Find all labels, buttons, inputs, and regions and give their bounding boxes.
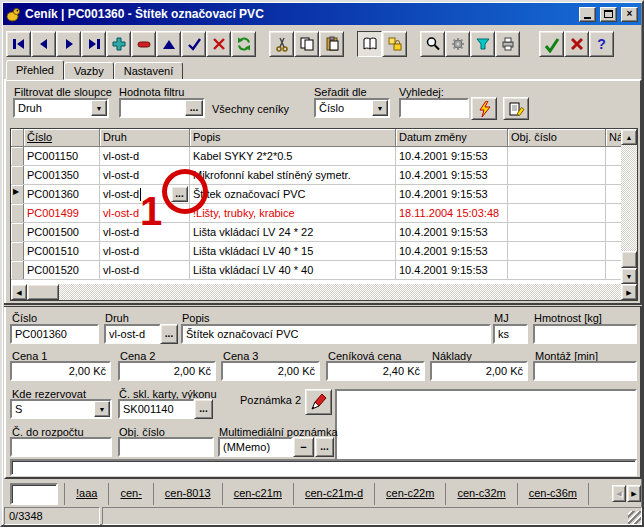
skl-karta-field[interactable]	[118, 399, 195, 419]
last-record-button[interactable]	[81, 31, 106, 57]
post-record-button[interactable]	[181, 31, 206, 57]
filter-column-select[interactable]: Druh ▼	[13, 98, 109, 118]
paste-button[interactable]	[319, 31, 344, 57]
table-row[interactable]: ▶PC001360vl-ost-d...Štítek označovací PV…	[11, 185, 637, 204]
scroll-right-button[interactable]: ▶	[621, 284, 637, 300]
row-selector[interactable]	[11, 223, 24, 241]
chevron-down-icon[interactable]: ▼	[94, 401, 110, 417]
row-selector[interactable]	[11, 147, 24, 165]
sort-select[interactable]: Číslo ▼	[314, 98, 390, 118]
kde-rezervovat-select[interactable]: S ▼	[10, 399, 112, 419]
hmotnost-field[interactable]	[533, 324, 637, 344]
table-row[interactable]: PC001499vl-ost-d!Lišty, trubky, krabice1…	[11, 204, 637, 223]
pricelist-link[interactable]: cen-c22m	[375, 483, 446, 505]
table-row[interactable]: PC001150vl-ost-dKabel SYKY 2*2*0.510.4.2…	[11, 147, 637, 166]
table-row[interactable]: PC001350vl-ost-dMikrofonní kabel stíněný…	[11, 166, 637, 185]
lock-records-button[interactable]	[382, 31, 407, 57]
pricelist-link[interactable]: !aaa	[65, 483, 109, 505]
quick-search-button[interactable]	[471, 97, 497, 120]
chevron-down-icon[interactable]: ▼	[372, 100, 388, 116]
vscroll-thumb[interactable]	[621, 251, 637, 268]
mj-field[interactable]	[493, 324, 528, 344]
pricelist-link[interactable]: cen-c21m	[223, 483, 294, 505]
scroll-down-button[interactable]: ▼	[621, 268, 637, 284]
help-button[interactable]: ?	[589, 31, 614, 57]
druh-field[interactable]	[104, 324, 161, 344]
table-row[interactable]: PC001500vl-ost-dLišta vkládací LV 24 * 2…	[11, 223, 637, 242]
header-popis[interactable]: Popis	[190, 129, 396, 147]
mmemo-clear-button[interactable]: −	[293, 437, 314, 457]
next-record-button[interactable]	[56, 31, 81, 57]
pricelist-link[interactable]: cen-	[109, 483, 153, 505]
filter-button[interactable]	[470, 31, 495, 57]
edit-record-button[interactable]	[156, 31, 181, 57]
delete-record-button[interactable]	[131, 31, 156, 57]
apply-button[interactable]	[539, 31, 564, 57]
cena3-field[interactable]	[221, 361, 320, 381]
cenikova-field[interactable]	[326, 361, 425, 381]
links-scroll-left-button[interactable]: ◀	[612, 485, 626, 502]
pricelist-link[interactable]: cen-c36m	[518, 483, 589, 505]
mmemo-field[interactable]	[218, 437, 293, 457]
druh-lookup-button[interactable]: ...	[160, 324, 178, 344]
filter-value-field[interactable]: ...	[119, 98, 205, 118]
naklady-field[interactable]	[430, 361, 528, 381]
discard-button[interactable]	[564, 31, 589, 57]
search-button[interactable]	[420, 31, 445, 57]
scroll-up-button[interactable]: ▲	[621, 129, 637, 145]
poznamka2-textarea[interactable]	[335, 389, 637, 470]
rozpocet-field[interactable]	[10, 437, 112, 457]
obj-cislo-field[interactable]	[118, 437, 214, 457]
copy-button[interactable]	[294, 31, 319, 57]
notes-strip[interactable]	[10, 459, 637, 476]
refresh-button[interactable]	[231, 31, 256, 57]
row-selector[interactable]	[11, 166, 24, 184]
first-record-button[interactable]	[6, 31, 31, 57]
cancel-record-button[interactable]	[206, 31, 231, 57]
add-record-button[interactable]	[106, 31, 131, 57]
header-druh[interactable]: Druh	[100, 129, 190, 147]
cislo-field[interactable]	[10, 324, 99, 344]
header-datum[interactable]: Datum změny	[396, 129, 508, 147]
popis-field[interactable]	[181, 324, 491, 344]
search-input[interactable]	[399, 98, 469, 118]
open-book-button[interactable]	[357, 31, 382, 57]
mmemo-lookup-button[interactable]: ...	[315, 437, 334, 457]
vertical-scrollbar[interactable]: ▲ ▼	[621, 129, 637, 284]
minimize-button[interactable]	[579, 7, 596, 22]
horizontal-scrollbar[interactable]: ◀ ▶	[11, 284, 637, 300]
chevron-down-icon[interactable]: ▼	[91, 100, 107, 116]
cut-button[interactable]	[269, 31, 294, 57]
header-obj[interactable]: Obj. číslo	[508, 129, 606, 147]
scroll-left-button[interactable]: ◀	[11, 284, 27, 300]
row-selector[interactable]	[11, 204, 24, 222]
close-button[interactable]: ×	[621, 7, 638, 22]
filter-value-ellipsis-button[interactable]: ...	[185, 100, 203, 116]
row-selector[interactable]	[11, 261, 24, 279]
print-button[interactable]	[495, 31, 520, 57]
pricelist-link[interactable]: cen-c21m-d	[294, 483, 375, 505]
link-filter-box[interactable]	[10, 483, 58, 505]
row-selector[interactable]	[11, 242, 24, 260]
cena1-field[interactable]	[10, 361, 111, 381]
prev-record-button[interactable]	[31, 31, 56, 57]
tab-prehled[interactable]: Přehled	[6, 60, 64, 80]
hscroll-thumb[interactable]	[27, 284, 59, 300]
resize-grip[interactable]	[628, 511, 641, 524]
current-row-marker[interactable]: ▶	[11, 185, 24, 203]
header-cislo[interactable]: Číslo	[24, 129, 100, 147]
splitter[interactable]	[4, 303, 642, 307]
tab-nastaveni[interactable]: Nastavení	[114, 62, 184, 80]
table-row[interactable]: PC001510vl-ost-dLišta vkládací LV 40 * 1…	[11, 242, 637, 261]
pricelist-link[interactable]: cen-8013	[154, 483, 223, 505]
settings-button[interactable]	[445, 31, 470, 57]
skl-karta-lookup-button[interactable]: ...	[194, 399, 213, 419]
montaz-field[interactable]	[533, 361, 637, 381]
search-list-button[interactable]	[503, 97, 529, 120]
table-row[interactable]: PC001520vl-ost-dLišta vkládací LV 40 * 4…	[11, 261, 637, 280]
pricelist-link[interactable]: cen-c32m	[446, 483, 517, 505]
links-scroll-right-button[interactable]: ▶	[627, 485, 641, 502]
cena2-field[interactable]	[118, 361, 216, 381]
poznamka2-edit-button[interactable]	[305, 389, 332, 415]
tab-vazby[interactable]: Vazby	[64, 62, 114, 80]
